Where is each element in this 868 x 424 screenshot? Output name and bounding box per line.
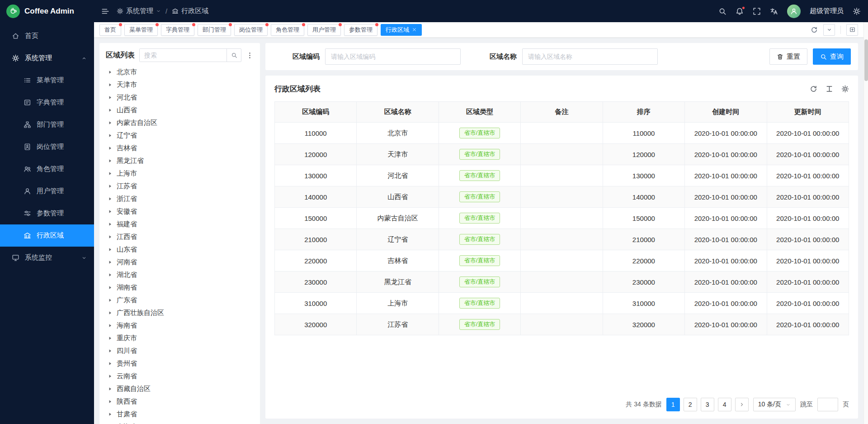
tree-item[interactable]: 重庆市 xyxy=(106,332,254,344)
tree-item[interactable]: 广东省 xyxy=(106,294,254,306)
tree-item[interactable]: 海南省 xyxy=(106,319,254,332)
tree-item[interactable]: 贵州省 xyxy=(106,357,254,370)
tree-item[interactable]: 云南省 xyxy=(106,370,254,382)
sidebar-item-user-management[interactable]: 用户管理 xyxy=(0,180,94,202)
sidebar-item-menu-management[interactable]: 菜单管理 xyxy=(0,69,94,91)
tree-item-label: 吉林省 xyxy=(117,144,137,152)
tree-item[interactable]: 北京市 xyxy=(106,66,254,78)
sidebar-item-dept-management[interactable]: 部门管理 xyxy=(0,114,94,136)
breadcrumb-region[interactable]: 行政区域 xyxy=(172,7,208,15)
more-options-icon[interactable] xyxy=(246,52,254,59)
sidebar-item-region[interactable]: 行政区域 xyxy=(0,224,94,247)
tab-region[interactable]: 行政区域 xyxy=(381,24,422,36)
table-cell: 2020-10-01 00:00:00 xyxy=(685,144,767,165)
tab-menu[interactable]: 菜单管理 xyxy=(124,24,158,36)
tree-item[interactable]: 天津市 xyxy=(106,78,254,91)
sidebar-item-home[interactable]: 首页 xyxy=(0,25,94,47)
scrollbar-thumb[interactable] xyxy=(864,39,868,81)
tree-item[interactable]: 四川省 xyxy=(106,344,254,357)
breadcrumb-system-management[interactable]: 系统管理 xyxy=(117,7,161,15)
next-page-button[interactable] xyxy=(735,398,749,411)
fullscreen-icon[interactable] xyxy=(753,7,761,15)
tree-item[interactable]: 河南省 xyxy=(106,256,254,268)
region-type-badge: 省市/直辖市 xyxy=(459,170,500,181)
tree-item[interactable]: 湖北省 xyxy=(106,268,254,281)
tree-item[interactable]: 内蒙古自治区 xyxy=(106,116,254,129)
jump-page-input[interactable] xyxy=(817,398,838,411)
user-name[interactable]: 超级管理员 xyxy=(810,7,844,15)
refresh-tab-icon[interactable] xyxy=(811,26,818,33)
page-scrollbar[interactable] xyxy=(863,22,868,424)
tab-home[interactable]: 首页 xyxy=(99,24,121,36)
tab-param[interactable]: 参数管理 xyxy=(344,24,377,36)
tab-post[interactable]: 岗位管理 xyxy=(234,24,268,36)
tree-item[interactable]: 福建省 xyxy=(106,218,254,230)
page-button-1[interactable]: 1 xyxy=(666,398,680,411)
caret-right-icon xyxy=(108,323,113,328)
page-button-4[interactable]: 4 xyxy=(718,398,731,411)
table-row: 320000江苏省省市/直辖市3200002020-10-01 00:00:00… xyxy=(275,314,849,335)
content-fullscreen-icon[interactable] xyxy=(846,24,858,36)
tab-dict[interactable]: 字典管理 xyxy=(161,24,194,36)
sidebar-item-label: 首页 xyxy=(25,32,38,40)
table-cell: 2020-10-01 00:00:00 xyxy=(685,229,767,250)
tab-user[interactable]: 用户管理 xyxy=(307,24,341,36)
sidebar-item-dict-management[interactable]: 字典管理 xyxy=(0,91,94,114)
tree-item[interactable]: 湖南省 xyxy=(106,281,254,294)
tree-item[interactable]: 山西省 xyxy=(106,104,254,116)
tree-item[interactable]: 安徽省 xyxy=(106,205,254,218)
region-code-input[interactable] xyxy=(325,48,461,65)
sidebar-item-post-management[interactable]: 岗位管理 xyxy=(0,136,94,158)
tree-item[interactable]: 江苏省 xyxy=(106,180,254,192)
page-size-select[interactable]: 10 条/页 xyxy=(753,398,796,411)
tree-search-button[interactable] xyxy=(226,49,241,62)
translate-icon[interactable] xyxy=(770,7,778,15)
table-cell: 2020-10-01 00:00:00 xyxy=(685,272,767,293)
settings-gear-icon[interactable] xyxy=(853,7,861,15)
tree-item[interactable]: 陕西省 xyxy=(106,395,254,408)
reset-button[interactable]: 重置 xyxy=(769,48,807,65)
notifications-bell-icon[interactable] xyxy=(736,7,744,15)
refresh-table-icon[interactable] xyxy=(810,85,817,93)
caret-right-icon xyxy=(108,374,113,379)
sidebar-item-system-monitor[interactable]: 系统监控 xyxy=(0,247,94,269)
tree-item[interactable]: 吉林省 xyxy=(106,142,254,154)
table-cell: 2020-10-01 00:00:00 xyxy=(767,229,849,250)
page-button-3[interactable]: 3 xyxy=(701,398,714,411)
tree-item[interactable]: 辽宁省 xyxy=(106,129,254,142)
tab-dept[interactable]: 部门管理 xyxy=(198,24,231,36)
sidebar-item-role-management[interactable]: 角色管理 xyxy=(0,158,94,180)
table-row: 120000天津市省市/直辖市1200002020-10-01 00:00:00… xyxy=(275,144,849,165)
table-cell: 150000 xyxy=(603,208,684,229)
tree-item[interactable]: 浙江省 xyxy=(106,192,254,205)
search-icon[interactable] xyxy=(718,7,726,15)
tree-item[interactable]: 广西壮族自治区 xyxy=(106,306,254,319)
tab-role[interactable]: 角色管理 xyxy=(271,24,304,36)
tree-search-input[interactable] xyxy=(140,49,226,62)
sidebar-item-param-management[interactable]: 参数管理 xyxy=(0,202,94,224)
search-button[interactable]: 查询 xyxy=(813,48,851,65)
caret-right-icon xyxy=(108,108,113,113)
table-cell: 天津市 xyxy=(357,144,439,165)
table-cell: 110000 xyxy=(275,123,357,144)
page-button-2[interactable]: 2 xyxy=(684,398,697,411)
tree-item[interactable]: 甘肃省 xyxy=(106,408,254,420)
tree-item[interactable]: 河北省 xyxy=(106,91,254,104)
user-avatar[interactable] xyxy=(787,5,801,18)
tree-item[interactable]: 西藏自治区 xyxy=(106,382,254,395)
tree-item[interactable]: 山东省 xyxy=(106,243,254,256)
tree-item[interactable]: 黑龙江省 xyxy=(106,154,254,167)
tree-item[interactable]: 江西省 xyxy=(106,230,254,243)
column-settings-gear-icon[interactable] xyxy=(841,85,849,93)
table-cell: 210000 xyxy=(603,229,684,250)
tab-close-icon[interactable] xyxy=(412,27,417,32)
tab-dot xyxy=(375,23,378,26)
sidebar-item-system-management[interactable]: 系统管理 xyxy=(0,47,94,69)
tree-item[interactable]: 青海省 xyxy=(106,420,254,424)
tab-options-chevron-icon[interactable] xyxy=(823,24,835,36)
table-row: 130000河北省省市/直辖市1300002020-10-01 00:00:00… xyxy=(275,165,849,186)
sidebar-collapse-icon[interactable] xyxy=(101,7,109,15)
row-height-icon[interactable] xyxy=(826,85,833,93)
tree-item[interactable]: 上海市 xyxy=(106,167,254,180)
region-name-input[interactable] xyxy=(522,48,658,65)
